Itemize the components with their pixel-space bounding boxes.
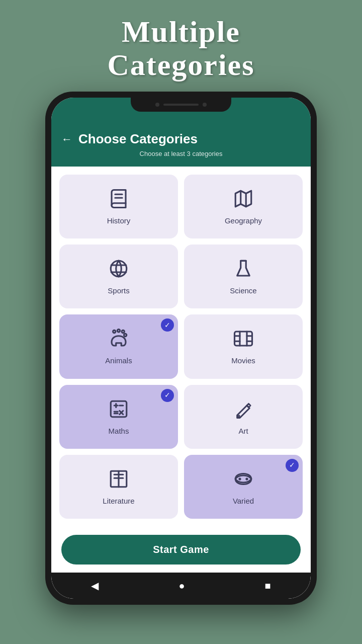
- content-area: History Geography: [51, 167, 311, 527]
- category-art[interactable]: Art: [184, 385, 303, 449]
- header-subtitle: Choose at least 3 categories: [61, 150, 301, 157]
- nav-back-button[interactable]: ◀: [91, 580, 99, 592]
- app-header: ← Choose Categories Choose at least 3 ca…: [51, 125, 311, 167]
- svg-point-26: [238, 416, 239, 417]
- categories-grid: History Geography: [59, 175, 303, 519]
- history-label: History: [107, 216, 131, 225]
- maths-label: Maths: [109, 427, 129, 435]
- nav-home-button[interactable]: ●: [178, 580, 185, 592]
- check-varied: ✓: [286, 459, 299, 472]
- animals-icon: [108, 328, 129, 352]
- literature-label: Literature: [103, 497, 134, 505]
- maths-icon: [108, 398, 129, 423]
- page-title: Multiple Categories: [107, 15, 254, 82]
- history-icon: [108, 188, 129, 212]
- svg-point-33: [238, 477, 241, 480]
- geography-label: Geography: [225, 216, 262, 225]
- animals-label: Animals: [105, 356, 132, 365]
- category-animals[interactable]: ✓ Animals: [59, 314, 178, 378]
- category-sports[interactable]: Sports: [59, 245, 178, 308]
- nav-recent-button[interactable]: ■: [264, 580, 270, 592]
- category-science[interactable]: Science: [184, 245, 303, 308]
- varied-icon: [233, 468, 254, 493]
- svg-point-9: [122, 331, 124, 333]
- back-button[interactable]: ←: [61, 133, 72, 146]
- nav-bar: ◀ ● ■: [51, 573, 311, 599]
- category-movies[interactable]: Movies: [184, 314, 303, 378]
- category-maths[interactable]: ✓ Maths: [59, 385, 178, 449]
- art-label: Art: [238, 427, 248, 435]
- science-label: Science: [230, 286, 256, 295]
- start-game-button[interactable]: Start Game: [61, 535, 301, 565]
- svg-rect-11: [235, 332, 252, 346]
- category-geography[interactable]: Geography: [184, 175, 303, 238]
- movies-icon: [233, 328, 254, 352]
- literature-icon: [108, 468, 129, 493]
- svg-point-8: [117, 330, 120, 332]
- svg-point-34: [245, 477, 248, 480]
- svg-point-7: [113, 331, 116, 333]
- check-maths: ✓: [161, 389, 174, 402]
- svg-rect-18: [111, 401, 127, 417]
- sports-label: Sports: [108, 286, 129, 295]
- notch-bar: [51, 98, 311, 125]
- svg-point-5: [111, 261, 127, 277]
- svg-point-10: [124, 334, 127, 337]
- header-title: Choose Categories: [78, 131, 198, 147]
- check-animals: ✓: [161, 318, 174, 332]
- geography-icon: [233, 188, 254, 212]
- category-history[interactable]: History: [59, 175, 178, 238]
- category-varied[interactable]: ✓ Varied: [184, 455, 303, 519]
- science-icon: [233, 258, 254, 282]
- art-icon: [233, 398, 254, 423]
- movies-label: Movies: [231, 356, 255, 365]
- varied-label: Varied: [233, 497, 254, 505]
- phone-frame: ← Choose Categories Choose at least 3 ca…: [45, 92, 317, 605]
- category-literature[interactable]: Literature: [59, 455, 178, 519]
- sports-icon: [108, 258, 129, 282]
- start-button-area: Start Game: [51, 527, 311, 573]
- svg-marker-2: [235, 191, 251, 207]
